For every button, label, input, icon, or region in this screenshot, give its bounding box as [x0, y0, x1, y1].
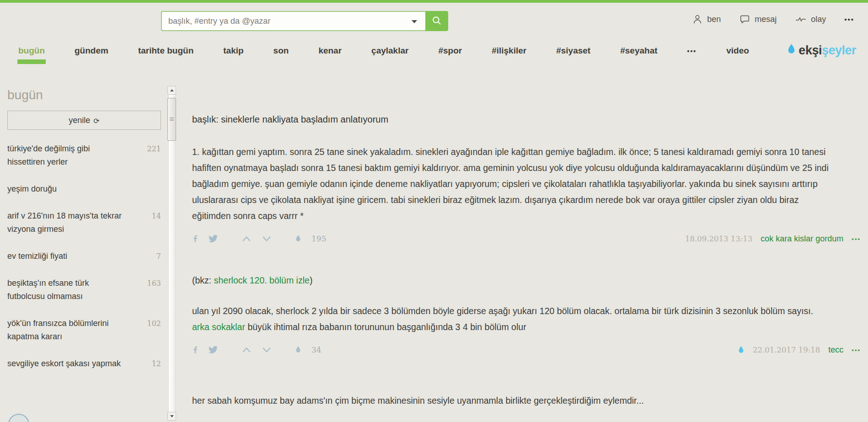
topic-count: 14: [152, 209, 161, 236]
topic-item[interactable]: yeşim doruğu: [7, 176, 161, 203]
topic-title: beşiktaş'ın efsane türk futbolcusu olmam…: [7, 277, 123, 303]
topic-count: 12: [152, 357, 161, 370]
entry-feed: başlık: sineklerle nakliyata başladım an…: [192, 0, 861, 409]
facebook-share-icon[interactable]: [192, 234, 199, 244]
downvote-icon[interactable]: [261, 235, 272, 243]
topic-item[interactable]: arif v 216'nın 18 mayıs'ta tekrar vizyon…: [7, 203, 161, 243]
bkz-open: (bkz:: [192, 275, 214, 285]
topic-item[interactable]: sevgiliye eskort şakası yapmak 12: [7, 350, 161, 377]
entry-body: 1. kağıttan gemi yaptım. sonra 25 tane s…: [192, 144, 832, 224]
twitter-share-icon[interactable]: [208, 234, 218, 243]
topic-title: arif v 216'nın 18 mayıs'ta tekrar vizyon…: [7, 209, 123, 236]
topic-title: sevgiliye eskort şakası yapmak: [7, 357, 121, 370]
entry: (bkz: sherlock 120. bölüm izle) ulan yıl…: [192, 275, 861, 357]
topic-list: türkiye'de değilmiş gibi hissettiren yer…: [7, 135, 161, 377]
refresh-button[interactable]: yenile ⟳: [7, 111, 161, 130]
scrollbar-down-arrow[interactable]: [167, 412, 176, 421]
bkz-link[interactable]: sherlock 120. bölüm izle: [214, 275, 310, 285]
entry-text: büyük ihtimal rıza babanın torununun baş…: [245, 322, 526, 332]
entry-meta: 22.01.2017 19:18 tecc •••: [738, 345, 861, 355]
scrollbar-up-arrow[interactable]: [167, 86, 176, 95]
bkz-reference-line: (bkz: sherlock 120. bölüm izle): [192, 275, 861, 286]
entry-topic-title[interactable]: başlık: sineklerle nakliyata başladım an…: [192, 114, 861, 125]
entry-date[interactable]: 22.01.2017 19:18: [753, 346, 820, 354]
sidebar-scrollbar[interactable]: [167, 86, 176, 421]
channel-avatar-partial: [8, 414, 29, 422]
topic-title: türkiye'de değilmiş gibi hissettiren yer…: [7, 142, 123, 169]
topic-item[interactable]: beşiktaş'ın efsane türk futbolcusu olmam…: [7, 270, 161, 310]
twitter-share-icon[interactable]: [208, 345, 218, 354]
topic-title: yök'ün fransızca bölümlerini kapatma kar…: [7, 317, 123, 343]
entry-footer: 34 22.01.2017 19:18 tecc •••: [192, 342, 861, 357]
triangle-up-icon: [170, 89, 174, 91]
topic-title: ev temizliği fiyati: [7, 250, 67, 263]
topic-count: 102: [147, 317, 161, 343]
sidebar: bugün yenile ⟳ türkiye'de değilmiş gibi …: [7, 77, 161, 377]
entry-author[interactable]: cok kara kislar gordum: [761, 234, 843, 244]
downvote-icon[interactable]: [261, 346, 272, 354]
refresh-label: yenile: [69, 116, 90, 125]
scrollbar-thumb[interactable]: [167, 98, 176, 141]
entry-footer: 195 18.09.2013 13:13 cok kara kislar gor…: [192, 231, 861, 246]
topic-title: yeşim doruğu: [7, 182, 57, 196]
sidebar-title: bugün: [7, 88, 161, 102]
entry-more-menu[interactable]: •••: [852, 347, 861, 353]
topic-count: 7: [156, 250, 161, 263]
entry-actions: 34: [192, 345, 321, 355]
entry-more-menu[interactable]: •••: [852, 235, 861, 242]
triangle-down-icon: [170, 415, 174, 417]
entry-meta: 18.09.2013 13:13 cok kara kislar gordum …: [685, 234, 861, 244]
tab-bugun[interactable]: bugün: [18, 46, 45, 56]
inline-topic-link[interactable]: arka sokaklar: [192, 322, 245, 332]
upvote-icon[interactable]: [241, 346, 252, 354]
upvote-icon[interactable]: [241, 235, 252, 243]
entry: başlık: sineklerle nakliyata başladım an…: [192, 114, 861, 246]
entry-author[interactable]: tecc: [828, 345, 843, 355]
entry-date[interactable]: 18.09.2013 13:13: [685, 235, 752, 243]
topic-count: 221: [147, 142, 161, 169]
refresh-icon: ⟳: [93, 117, 99, 125]
favorite-count: 195: [311, 234, 326, 243]
favorite-droplet-icon[interactable]: [295, 346, 301, 354]
blue-droplet-badge-icon: [738, 346, 745, 354]
entry-actions: 195: [192, 234, 326, 244]
favorite-droplet-icon[interactable]: [295, 235, 301, 243]
entry: her sabah komşumuz bay adams'ın çim biçm…: [192, 393, 861, 409]
entry-body: her sabah komşumuz bay adams'ın çim biçm…: [192, 393, 861, 409]
entry-body: ulan yıl 2090 olacak, sherlock 2 yılda b…: [192, 303, 832, 335]
entry-text: ulan yıl 2090 olacak, sherlock 2 yılda b…: [192, 306, 813, 316]
facebook-share-icon[interactable]: [192, 345, 199, 355]
topic-item[interactable]: yök'ün fransızca bölümlerini kapatma kar…: [7, 310, 161, 350]
bkz-close: ): [310, 275, 313, 285]
topic-item[interactable]: türkiye'de değilmiş gibi hissettiren yer…: [7, 135, 161, 176]
topic-count: 163: [147, 277, 161, 303]
favorite-count: 34: [311, 345, 321, 354]
topic-item[interactable]: ev temizliği fiyati 7: [7, 243, 161, 270]
tab-tarihte-bugun[interactable]: tarihte bugün: [138, 46, 193, 56]
tab-gundem[interactable]: gündem: [75, 46, 108, 56]
scrollbar-grip: [170, 118, 174, 122]
